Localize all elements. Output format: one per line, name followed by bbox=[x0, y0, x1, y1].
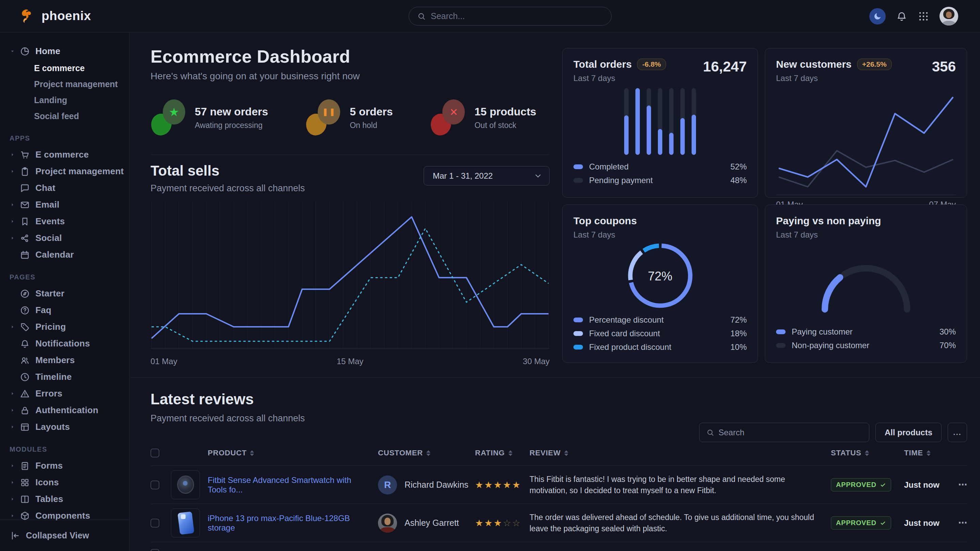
sidebar-item-errors[interactable]: Errors bbox=[0, 385, 129, 402]
check-icon bbox=[880, 482, 886, 488]
sidebar-item-email[interactable]: Email bbox=[0, 196, 129, 213]
row-menu-button[interactable]: ⋯ bbox=[952, 480, 967, 490]
bar bbox=[680, 88, 685, 155]
card-title: Total orders bbox=[573, 59, 632, 70]
chevron-down-icon bbox=[534, 171, 542, 180]
row-checkbox[interactable] bbox=[151, 519, 159, 527]
card-title: New customers bbox=[776, 59, 852, 70]
stat-subtitle: On hold bbox=[350, 121, 393, 130]
row-checkbox[interactable] bbox=[151, 481, 159, 489]
column-header-review[interactable]: REVIEW bbox=[530, 449, 831, 457]
reviews-search-input[interactable] bbox=[719, 428, 869, 437]
caret-right-icon bbox=[10, 290, 16, 297]
file-text-icon bbox=[20, 461, 30, 471]
search-icon bbox=[417, 12, 426, 21]
x-label-right: 30 May bbox=[523, 357, 550, 366]
select-all-checkbox[interactable] bbox=[151, 449, 159, 457]
sidebar-item-members[interactable]: Members bbox=[0, 352, 129, 368]
row-checkbox[interactable] bbox=[151, 549, 159, 551]
sidebar-subitem[interactable]: Project management bbox=[0, 76, 129, 92]
caret-right-icon bbox=[10, 424, 16, 430]
sidebar-item-label: Pricing bbox=[35, 322, 66, 332]
sidebar-item-authentication[interactable]: Authentication bbox=[0, 402, 129, 419]
stat-glyph-icon: ✕ bbox=[442, 99, 465, 125]
sidebar-item-notifications[interactable]: Notifications bbox=[0, 335, 129, 352]
collapse-left-icon bbox=[10, 530, 21, 541]
legend-value: 30% bbox=[939, 327, 956, 337]
legend-swatch bbox=[573, 331, 583, 336]
sidebar-item-layouts[interactable]: Layouts bbox=[0, 419, 129, 435]
notifications-bell-icon[interactable] bbox=[896, 11, 907, 22]
user-avatar[interactable] bbox=[939, 7, 958, 25]
sidebar-item-icons[interactable]: Icons bbox=[0, 474, 129, 491]
customer-name: Ashley Garrett bbox=[404, 518, 459, 528]
legend-label: Fixed product discount bbox=[589, 342, 730, 352]
sidebar-item-label: Layouts bbox=[35, 422, 70, 432]
theme-toggle-button[interactable] bbox=[869, 8, 886, 24]
sidebar-item-label: Email bbox=[35, 199, 59, 210]
legend-value: 48% bbox=[730, 176, 747, 185]
sidebar-item-events[interactable]: Events bbox=[0, 213, 129, 230]
sidebar-item-project-management[interactable]: Project management bbox=[0, 163, 129, 180]
stat-icon: ❚❚ bbox=[306, 99, 342, 136]
column-header-rating[interactable]: RATING bbox=[475, 449, 530, 457]
all-products-button[interactable]: All products bbox=[875, 423, 942, 442]
sidebar-item-chat[interactable]: Chat bbox=[0, 180, 129, 196]
stat-icon: ★ bbox=[151, 99, 186, 136]
row-menu-button[interactable]: ⋯ bbox=[952, 518, 967, 528]
sidebar-item-pricing[interactable]: Pricing bbox=[0, 319, 129, 335]
sidebar-item-calendar[interactable]: Calendar bbox=[0, 246, 129, 263]
sort-icon bbox=[564, 450, 568, 456]
column-header-time[interactable]: TIME bbox=[904, 449, 952, 457]
product-link[interactable]: iPhone 13 pro max-Pacific Blue-128GB sto… bbox=[208, 514, 378, 533]
moon-icon bbox=[873, 12, 882, 21]
sidebar-item-timeline[interactable]: Timeline bbox=[0, 368, 129, 385]
status-badge: APPROVED bbox=[831, 478, 891, 491]
caret-right-icon bbox=[10, 168, 16, 175]
rating-stars: ★★★☆☆ bbox=[475, 518, 530, 529]
new-customers-chart bbox=[776, 86, 956, 193]
global-search-input[interactable] bbox=[431, 11, 611, 21]
sort-icon bbox=[508, 450, 512, 456]
sidebar-item-faq[interactable]: Faq bbox=[0, 302, 129, 319]
column-header-product[interactable]: PRODUCT bbox=[208, 449, 378, 457]
sidebar-subitem[interactable]: Landing bbox=[0, 92, 129, 108]
review-text: The order was delivered ahead of schedul… bbox=[530, 512, 831, 534]
legend-swatch bbox=[573, 318, 583, 322]
sidebar-item-tables[interactable]: Tables bbox=[0, 491, 129, 507]
date-range-select[interactable]: Mar 1 - 31, 2022 bbox=[423, 166, 550, 186]
legend-value: 10% bbox=[730, 342, 747, 352]
sidebar-section-items: Starter Faq Pricing Notifications Member… bbox=[0, 285, 129, 435]
stat-item: ★ 57 new orders Awating processing bbox=[151, 99, 268, 136]
sidebar-item-forms[interactable]: Forms bbox=[0, 457, 129, 474]
reviews-subtitle: Payment received across all channels bbox=[151, 413, 305, 424]
product-link[interactable]: Fitbit Sense Advanced Smartwatch with To… bbox=[208, 475, 378, 494]
table-row bbox=[151, 542, 967, 551]
sidebar-item-starter[interactable]: Starter bbox=[0, 285, 129, 302]
legend-label: Completed bbox=[589, 162, 730, 171]
sidebar-collapse-toggle[interactable]: Collapsed View bbox=[0, 520, 129, 551]
apps-grid-icon[interactable] bbox=[918, 11, 929, 22]
stat-icon: ✕ bbox=[431, 99, 466, 136]
sidebar-item-social[interactable]: Social bbox=[0, 230, 129, 246]
brand-logo[interactable]: phoenix bbox=[18, 7, 91, 25]
legend-item: Non-paying customer 70% bbox=[776, 339, 956, 352]
sidebar-subitem[interactable]: Social feed bbox=[0, 108, 129, 124]
column-header-status[interactable]: STATUS bbox=[831, 449, 904, 457]
avatar-body bbox=[942, 21, 956, 25]
column-header-customer[interactable]: CUSTOMER bbox=[378, 449, 475, 457]
stat-subtitle: Out of stock bbox=[474, 121, 536, 130]
sidebar-section-label: MODULES bbox=[10, 446, 129, 453]
review-time: Just now bbox=[904, 480, 939, 489]
sidebar-subitem[interactable]: E commerce bbox=[0, 60, 129, 76]
status-badge: APPROVED bbox=[831, 516, 891, 530]
legend-item: Fixed card discount 18% bbox=[573, 327, 747, 340]
help-circle-icon bbox=[20, 305, 30, 316]
reviews-more-button[interactable]: ... bbox=[948, 423, 967, 442]
new-customers-value: 356 bbox=[932, 59, 956, 75]
sidebar-item-home[interactable]: Home bbox=[0, 43, 129, 60]
sidebar-item-label: Project management bbox=[35, 166, 124, 177]
sidebar-item-e-commerce[interactable]: E commerce bbox=[0, 146, 129, 163]
legend-value: 18% bbox=[730, 329, 747, 338]
bell-icon bbox=[20, 339, 30, 349]
